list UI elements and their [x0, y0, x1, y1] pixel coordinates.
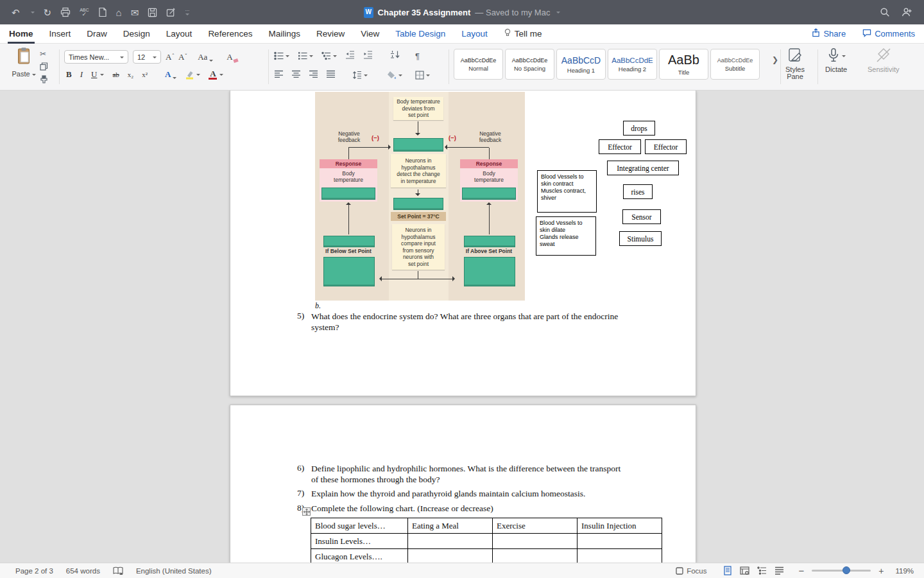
highlight-button[interactable] — [185, 70, 200, 80]
tab-references[interactable]: References — [208, 24, 252, 44]
zoom-slider-thumb[interactable] — [843, 566, 850, 574]
tab-table-design[interactable]: Table Design — [395, 24, 445, 44]
label-stimulus[interactable]: Stimulus — [619, 231, 662, 246]
print-icon[interactable] — [60, 7, 71, 17]
proofing-status-icon[interactable] — [113, 566, 123, 575]
styles-pane-button[interactable]: Styles Pane — [785, 48, 805, 80]
new-document-icon[interactable] — [98, 7, 107, 17]
font-color-button[interactable]: A — [209, 70, 217, 80]
table-move-handle[interactable] — [302, 507, 311, 516]
cell-empty[interactable] — [578, 549, 662, 563]
font-name-select[interactable]: Times New... — [64, 50, 128, 64]
undo-caret-icon[interactable] — [31, 12, 35, 15]
cell-insulin-injection[interactable]: Insulin Injection — [578, 518, 662, 534]
tab-mailings[interactable]: Mailings — [268, 24, 300, 44]
align-right-icon[interactable] — [309, 69, 318, 81]
mail-icon[interactable]: ✉ — [131, 8, 139, 17]
share-button[interactable]: Share — [812, 28, 846, 39]
borders-button[interactable] — [415, 71, 430, 80]
cell-exercise[interactable]: Exercise — [493, 518, 578, 534]
text-effects-button[interactable]: A — [165, 69, 176, 80]
tab-review[interactable]: Review — [316, 24, 345, 44]
format-painter-icon[interactable] — [40, 74, 48, 84]
tab-draw[interactable]: Draw — [87, 24, 107, 44]
label-rises[interactable]: rises — [623, 184, 653, 199]
style-normal[interactable]: AaBbCcDdEe Normal — [454, 49, 503, 80]
align-center-icon[interactable] — [291, 69, 301, 81]
tab-design[interactable]: Design — [123, 24, 150, 44]
numbering-button[interactable] — [298, 51, 313, 60]
styles-more-icon[interactable]: ❯ — [772, 55, 778, 64]
language-indicator[interactable]: English (United States) — [136, 567, 212, 575]
cell-empty[interactable] — [578, 534, 662, 549]
label-sensor[interactable]: Sensor — [622, 209, 661, 224]
search-icon[interactable] — [880, 7, 890, 17]
page-2[interactable]: 6) Define lipophilic and hydrophilic hor… — [230, 405, 696, 563]
subscript-button[interactable]: x₂ — [128, 71, 133, 78]
cell-eating-a-meal[interactable]: Eating a Meal — [408, 518, 493, 534]
cell-empty[interactable] — [408, 534, 493, 549]
align-left-icon[interactable] — [274, 69, 284, 81]
increase-indent-icon[interactable] — [363, 50, 373, 62]
zoom-out-button[interactable]: − — [798, 565, 804, 576]
zoom-in-button[interactable]: + — [878, 566, 884, 576]
word-count[interactable]: 654 words — [66, 567, 100, 575]
bullets-button[interactable] — [274, 51, 289, 60]
document-area[interactable]: Body temperature deviates from set point… — [0, 91, 924, 563]
strikethrough-button[interactable]: ab — [112, 71, 119, 78]
comments-button[interactable]: Comments — [862, 29, 915, 39]
cell-insulin-levels[interactable]: Insulin Levels… — [311, 534, 408, 549]
tab-table-layout[interactable]: Layout — [461, 24, 488, 44]
spelling-icon[interactable]: ABC✓ — [80, 8, 89, 17]
style-no-spacing[interactable]: AaBbCcDdEe No Spacing — [505, 49, 554, 80]
cut-icon[interactable]: ✂ — [40, 49, 48, 58]
paste-button[interactable]: Paste — [9, 47, 38, 87]
pilcrow-button[interactable]: ¶ — [415, 51, 420, 61]
style-title[interactable]: AaBb Title — [659, 49, 708, 80]
label-drops[interactable]: drops — [623, 121, 655, 136]
page-1[interactable]: Body temperature deviates from set point… — [230, 91, 696, 396]
zoom-level[interactable]: 119% — [895, 567, 914, 575]
textbox-contract[interactable]: Blood Vessels to skin contract Muscles c… — [537, 170, 597, 213]
multilevel-list-button[interactable] — [321, 51, 337, 60]
tab-layout[interactable]: Layout — [166, 24, 193, 44]
page-indicator[interactable]: Page 2 of 3 — [15, 567, 53, 575]
shading-button[interactable] — [387, 71, 402, 80]
tab-insert[interactable]: Insert — [49, 24, 71, 44]
save-icon[interactable] — [148, 8, 157, 17]
undo-icon[interactable]: ↶ — [12, 8, 20, 17]
copy-icon[interactable] — [40, 62, 48, 71]
shrink-font-button[interactable]: Aˇ — [178, 52, 187, 62]
view-web-layout-icon[interactable] — [740, 566, 749, 575]
grow-font-button[interactable]: Aˆ — [166, 52, 174, 62]
style-heading1[interactable]: AaBbCcD Heading 1 — [556, 49, 606, 80]
textbox-dilate[interactable]: Blood Vessels to skin dilate Glands rele… — [536, 216, 596, 256]
cell-blood-sugar[interactable]: Blood sugar levels… — [311, 518, 408, 534]
view-outline-icon[interactable] — [757, 566, 767, 575]
change-case-button[interactable]: Aa — [198, 52, 213, 62]
label-effector-2[interactable]: Effector — [645, 139, 687, 154]
line-spacing-button[interactable] — [352, 71, 368, 80]
style-heading2[interactable]: AaBbCcDdE Heading 2 — [608, 49, 657, 80]
tell-me-control[interactable]: Tell me — [504, 28, 542, 39]
clear-formatting-button[interactable]: A — [227, 52, 237, 62]
more-toolbar-icon[interactable]: ⋯ — [185, 9, 189, 16]
view-draft-icon[interactable] — [774, 566, 784, 575]
view-print-layout-icon[interactable] — [723, 566, 732, 575]
italic-button[interactable]: I — [80, 69, 83, 80]
decrease-indent-icon[interactable] — [345, 50, 355, 62]
cell-empty[interactable] — [493, 534, 578, 549]
cell-empty[interactable] — [408, 549, 493, 563]
zoom-slider[interactable] — [812, 570, 871, 572]
style-subtitle[interactable]: AaBbCcDdEe Subtitle — [710, 49, 760, 80]
dictate-button[interactable]: Dictate — [825, 48, 847, 73]
font-size-select[interactable]: 12 — [133, 50, 161, 64]
home-icon[interactable]: ⌂ — [116, 8, 122, 17]
compose-icon[interactable] — [166, 8, 176, 17]
redo-icon[interactable]: ↻ — [44, 8, 52, 17]
superscript-button[interactable]: x² — [142, 71, 148, 78]
label-effector-1[interactable]: Effector — [599, 139, 641, 154]
focus-toggle[interactable]: Focus — [676, 567, 706, 575]
justify-icon[interactable] — [326, 69, 336, 81]
cell-glucagon-levels[interactable]: Glucagon Levels…. — [311, 549, 408, 563]
